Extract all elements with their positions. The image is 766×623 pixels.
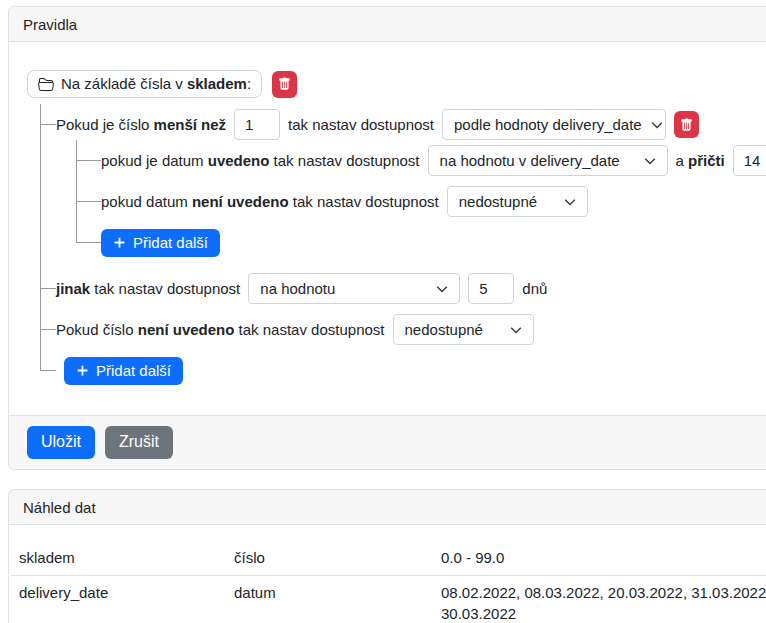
cancel-button[interactable]: Zrušit xyxy=(105,426,173,459)
availability-fixed-select[interactable]: na hodnotu xyxy=(248,273,460,304)
rule-date-given-controls: pokud je datum uvedeno tak nastav dostup… xyxy=(101,145,766,176)
chevron-down-icon xyxy=(427,282,449,296)
add-rule-button-root[interactable]: Přidat další xyxy=(64,357,183,385)
rule-text: Pokud číslo není uvedeno tak nastav dost… xyxy=(56,321,385,338)
preview-card-title: Náhled dat xyxy=(23,499,96,516)
rule-date-missing-controls: pokud datum není uvedeno tak nastav dost… xyxy=(101,186,766,217)
days-value-input[interactable] xyxy=(468,273,514,304)
select-value: nedostupné xyxy=(459,193,537,210)
rules-card-title: Pravidla xyxy=(23,16,77,33)
preview-card-body: skladem číslo 0.0 - 99.0 delivery_date d… xyxy=(9,525,766,623)
delete-root-rule-button[interactable] xyxy=(272,71,297,98)
days-unit-label: dnů xyxy=(522,280,547,297)
delete-rule-button[interactable] xyxy=(674,111,699,138)
days-add-input[interactable] xyxy=(733,145,766,176)
availability-mode-select[interactable]: podle hodnoty delivery_date xyxy=(442,109,666,140)
plus-icon xyxy=(113,236,126,249)
page: Pravidla Na základě čísla v skladem: xyxy=(0,6,766,623)
select-value: nedostupné xyxy=(405,321,483,338)
rule-text: jinak tak nastav dostupnost xyxy=(56,280,240,297)
rules-list: Pokud je číslo menší než tak nastav dost… xyxy=(40,104,766,391)
field-values-cell: 0.0 - 99.0 xyxy=(433,541,766,576)
rule-row-date-missing: pokud datum není uvedeno tak nastav dost… xyxy=(76,181,766,222)
chevron-down-icon xyxy=(555,195,577,209)
field-type-cell: číslo xyxy=(226,541,433,576)
root-rule-button[interactable]: Na základě čísla v skladem: xyxy=(27,70,262,98)
preview-table: skladem číslo 0.0 - 99.0 delivery_date d… xyxy=(11,541,766,623)
table-row: skladem číslo 0.0 - 99.0 xyxy=(11,541,766,576)
nested-rules-list: pokud je datum uvedeno tak nastav dostup… xyxy=(76,140,766,263)
chevron-down-icon xyxy=(642,118,664,132)
availability-unavailable-select[interactable]: nedostupné xyxy=(447,186,588,217)
table-row: delivery_date datum 08.02.2022, 08.03.20… xyxy=(11,576,766,623)
select-value: podle hodnoty delivery_date xyxy=(454,116,642,133)
folder-open-icon xyxy=(38,76,54,92)
select-value: na hodnotu v delivery_date xyxy=(440,152,620,169)
trash-icon xyxy=(278,77,291,91)
rules-card-footer: Uložit Zrušit xyxy=(9,415,766,469)
add-rule-button-nested[interactable]: Přidat další xyxy=(101,229,220,257)
rule-else-controls: jinak tak nastav dostupnost na hodnotu d… xyxy=(56,273,766,304)
rules-card: Pravidla Na základě čísla v skladem: xyxy=(8,6,766,470)
root-rule-label: Na základě čísla v skladem: xyxy=(61,75,251,92)
preview-card-header: Náhled dat xyxy=(9,490,766,525)
rule-row-less-than: Pokud je číslo menší než tak nastav dost… xyxy=(40,104,766,268)
select-value: na hodnotu xyxy=(260,280,335,297)
rule-row-else: jinak tak nastav dostupnost na hodnotu d… xyxy=(40,268,766,309)
rule-number-missing-controls: Pokud číslo není uvedeno tak nastav dost… xyxy=(56,314,766,345)
trash-icon xyxy=(680,118,693,132)
rules-card-body: Na základě čísla v skladem: xyxy=(9,42,766,415)
field-name-cell: skladem xyxy=(11,541,226,576)
rule-row-date-given: pokud je datum uvedeno tak nastav dostup… xyxy=(76,140,766,181)
save-button[interactable]: Uložit xyxy=(27,426,95,459)
rule-text: tak nastav dostupnost xyxy=(288,116,434,133)
chevron-down-icon xyxy=(635,154,657,168)
rule-text: pokud datum není uvedeno tak nastav dost… xyxy=(101,193,439,210)
field-type-cell: datum xyxy=(226,576,433,623)
rule-text: a přičti xyxy=(676,152,725,169)
threshold-input[interactable] xyxy=(234,109,280,140)
add-rule-row-root: Přidat další xyxy=(40,350,766,391)
rules-card-header: Pravidla xyxy=(9,7,766,42)
field-name-cell: delivery_date xyxy=(11,576,226,623)
root-rule-prefix: Na základě čísla v xyxy=(61,75,183,92)
preview-card: Náhled dat skladem číslo 0.0 - 99.0 deli… xyxy=(8,489,766,623)
root-rule-suffix: : xyxy=(247,75,251,92)
rule-text: Pokud je číslo menší než xyxy=(56,116,226,133)
chevron-down-icon xyxy=(501,323,523,337)
availability-unavailable-select[interactable]: nedostupné xyxy=(393,314,534,345)
availability-value-select[interactable]: na hodnotu v delivery_date xyxy=(428,145,668,176)
plus-icon xyxy=(76,364,89,377)
rules-tree: Na základě čísla v skladem: xyxy=(27,70,766,391)
root-rule-field: skladem xyxy=(187,75,247,92)
rule-text: pokud je datum uvedeno tak nastav dostup… xyxy=(101,152,420,169)
field-values-cell: 08.02.2022, 08.03.2022, 20.03.2022, 31.0… xyxy=(433,576,766,623)
add-rule-row-nested: Přidat další xyxy=(76,222,766,263)
root-rule-row: Na základě čísla v skladem: xyxy=(27,70,766,98)
rule-less-than-controls: Pokud je číslo menší než tak nastav dost… xyxy=(56,109,766,140)
rule-row-number-missing: Pokud číslo není uvedeno tak nastav dost… xyxy=(40,309,766,350)
